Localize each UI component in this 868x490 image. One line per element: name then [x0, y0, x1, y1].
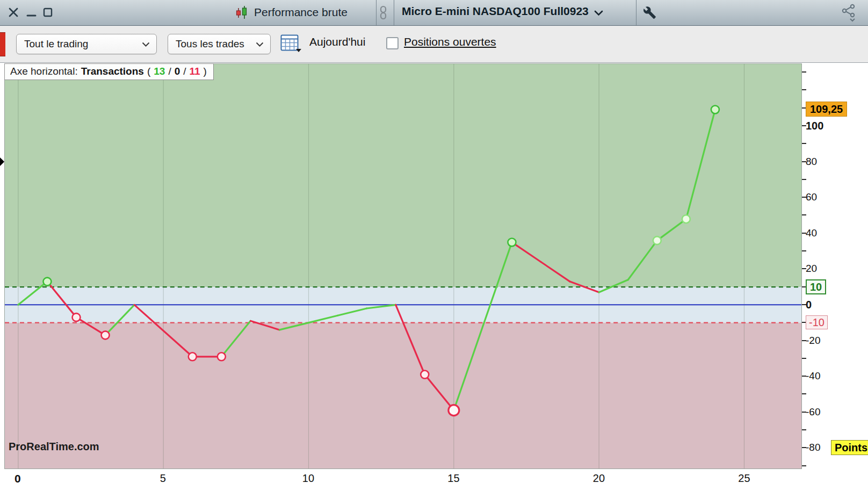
- y-axis-tick: [802, 214, 806, 215]
- calendar-icon: [280, 33, 302, 53]
- y-axis-label: -40: [806, 370, 820, 383]
- paren-close: ): [204, 66, 207, 77]
- count-separator: /: [168, 66, 171, 77]
- axis-info-prefix: Axe horizontal:: [10, 66, 78, 77]
- titlebar: Performance brute Micro E-mini NASDAQ100…: [0, 0, 868, 26]
- candlestick-chart-icon: [235, 5, 249, 22]
- y-axis-label: 40: [806, 227, 817, 239]
- link-chain-icon: [379, 5, 387, 20]
- instrument-selector[interactable]: Micro E-mini NASDAQ100 Full0923: [402, 5, 603, 18]
- current-value-badge: 109,25: [806, 102, 847, 117]
- x-axis-label: 10: [302, 472, 314, 485]
- titlebar-separator: [394, 0, 394, 25]
- x-axis-label: 0: [15, 472, 21, 485]
- y-axis-label: -20: [806, 334, 820, 347]
- trading-scope-dropdown[interactable]: Tout le trading: [16, 34, 157, 54]
- chevron-down-icon: [142, 42, 150, 47]
- y-axis-label: 60: [806, 191, 817, 204]
- window-title: Performance brute: [254, 6, 348, 19]
- y-axis-tick: [802, 358, 806, 359]
- open-positions-checkbox[interactable]: [386, 37, 399, 49]
- x-axis-label: 20: [593, 472, 605, 485]
- y-axis-tick: [802, 179, 806, 180]
- x-axis-label: 25: [738, 472, 750, 485]
- y-axis[interactable]: 109,2510080604020100-10-20-40-60-80Point…: [802, 63, 868, 469]
- performance-curve-plot[interactable]: [4, 63, 802, 469]
- wins-count: 13: [154, 66, 165, 77]
- neutral-count: 0: [175, 66, 180, 77]
- y-axis-tick: [802, 143, 806, 144]
- y-axis-label: 100: [806, 119, 823, 132]
- y-axis-label: 0: [806, 298, 812, 311]
- close-icon: [8, 6, 19, 18]
- calendar-button[interactable]: [280, 33, 302, 55]
- y-axis-tick: [802, 429, 806, 430]
- open-positions-label[interactable]: Positions ouvertes: [404, 35, 496, 48]
- instrument-name: Micro E-mini NASDAQ100 Full0923: [402, 5, 589, 18]
- wrench-icon: [643, 6, 656, 19]
- performance-window: Performance brute Micro E-mini NASDAQ100…: [0, 0, 868, 490]
- share-button[interactable]: [841, 3, 857, 25]
- paren-open: (: [147, 66, 150, 77]
- x-axis-label: 15: [447, 472, 459, 485]
- left-edge-marker: [0, 157, 4, 166]
- y-axis-tick: [802, 465, 806, 466]
- y-axis-label: 20: [806, 263, 817, 275]
- settings-wrench-button[interactable]: [643, 6, 656, 21]
- y-axis-label: 80: [806, 155, 817, 168]
- maximize-button[interactable]: [42, 6, 54, 20]
- chart-region: Axe horizontal:Transactions(13/0/11) Pro…: [0, 63, 868, 490]
- axis-info-name: Transactions: [81, 66, 144, 77]
- maximize-icon: [42, 6, 54, 18]
- minimize-icon: [26, 6, 38, 18]
- share-icon: [841, 3, 857, 23]
- trades-filter-dropdown[interactable]: Tous les trades: [168, 34, 271, 54]
- chevron-down-icon: [594, 10, 603, 16]
- y-axis-tick: [802, 71, 806, 73]
- horizontal-axis-info-box: Axe horizontal:Transactions(13/0/11): [4, 63, 214, 80]
- y-axis-label: 10: [806, 279, 826, 294]
- count-separator: /: [183, 66, 186, 77]
- link-instrument-button[interactable]: [379, 5, 387, 22]
- chevron-down-icon: [256, 42, 264, 47]
- trades-filter-value: Tous les trades: [176, 38, 256, 50]
- titlebar-separator: [636, 0, 636, 25]
- losses-count: 11: [190, 66, 200, 77]
- toolbar: Tout le trading Tous les trades: [0, 26, 868, 63]
- y-axis-tick: [802, 393, 806, 394]
- points-unit-badge: Points: [831, 440, 868, 455]
- y-axis-tick: [802, 89, 806, 90]
- x-axis[interactable]: 0510152025: [0, 469, 868, 490]
- y-axis-label: -10: [806, 315, 828, 329]
- titlebar-separator: [376, 0, 377, 25]
- left-edge-red-strip: [0, 32, 5, 56]
- minimize-button[interactable]: [26, 6, 38, 20]
- prorealtime-watermark: ProRealTime.com: [9, 441, 99, 453]
- x-axis-label: 5: [160, 472, 166, 485]
- close-button[interactable]: [8, 6, 19, 20]
- y-axis-tick: [802, 250, 806, 251]
- y-axis-label: -60: [806, 406, 820, 418]
- y-axis-label: -80: [806, 442, 820, 454]
- trading-scope-value: Tout le trading: [24, 38, 142, 50]
- date-range-label[interactable]: Aujourd'hui: [309, 35, 365, 48]
